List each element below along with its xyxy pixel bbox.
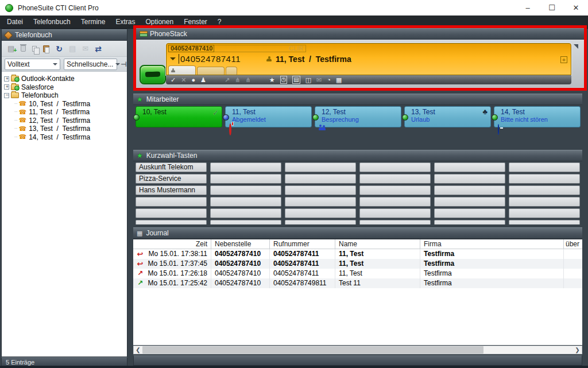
conference-icon[interactable]: ⋔ (235, 76, 240, 83)
expand-icon[interactable] (4, 76, 9, 82)
contact-entry[interactable]: ┈ ☎ 13, Test / Testfirma (4, 125, 127, 133)
contact-entry[interactable]: ┈ ☎ 10, Test / Testfirma (4, 100, 127, 109)
accept-icon[interactable]: ✓ (171, 76, 176, 83)
employee-button-10[interactable]: 10, Test ✓ (136, 106, 222, 127)
speed-dial-button[interactable]: Pizza-Service (136, 174, 207, 184)
speed-dial-button-empty[interactable] (509, 208, 580, 218)
refresh-icon[interactable]: ↻ (56, 45, 63, 53)
speed-dial-button-empty[interactable] (285, 220, 356, 224)
horizontal-scrollbar[interactable]: ❮ ❯ (133, 346, 582, 354)
employee-button-12[interactable]: 12, Test Besprechung (315, 106, 401, 127)
menu-telefonbuch[interactable]: Telefonbuch (28, 16, 76, 28)
copy-icon[interactable] (32, 46, 37, 52)
speed-dial-button-empty[interactable] (434, 220, 505, 224)
column-rufnummer[interactable]: Rufnummer (270, 239, 335, 249)
speed-dial-button-empty[interactable] (434, 197, 505, 207)
maximize-button[interactable]: ☐ (540, 0, 564, 16)
menu-termine[interactable]: Termine (76, 16, 111, 28)
close-button[interactable]: ✕ (564, 0, 588, 16)
speed-dial-button-empty[interactable] (210, 208, 281, 218)
hangup-icon[interactable]: ✕ (181, 76, 186, 83)
scroll-right-icon[interactable]: ❯ (573, 346, 582, 354)
tree-node-salesforce[interactable]: Salesforce (4, 83, 127, 92)
speed-dial-button-empty[interactable] (434, 174, 505, 184)
speed-dial-button-empty[interactable] (434, 162, 505, 172)
speed-dial-button-empty[interactable] (509, 197, 580, 207)
number-dropdown-icon[interactable] (170, 57, 176, 60)
add-contact-icon[interactable]: ▤+ (7, 45, 14, 53)
column-name[interactable]: Name (335, 239, 420, 249)
journal-row[interactable]: ↗ Mo 15.01. 17:25:42 040524787410 040524… (133, 278, 582, 288)
speed-dial-button-empty[interactable] (359, 185, 431, 195)
delete-contact-icon[interactable] (21, 45, 26, 52)
column-firma[interactable]: Firma (420, 239, 564, 249)
clock-icon[interactable]: ◔ (327, 76, 331, 83)
speed-dial-button-empty[interactable] (210, 185, 281, 195)
mail-icon[interactable]: ✉ (316, 76, 322, 83)
speed-dial-button-empty[interactable] (210, 220, 281, 224)
speed-dial-button-empty[interactable] (359, 174, 431, 184)
speed-dial-button-empty[interactable] (509, 174, 580, 184)
column-zeit[interactable]: Zeit (147, 239, 211, 249)
timer-icon[interactable]: ◷ (280, 76, 288, 84)
speed-dial-button-empty[interactable] (285, 208, 356, 218)
tree-node-telefonbuch[interactable]: Telefonbuch (4, 91, 127, 100)
speed-dial-button-empty[interactable] (434, 185, 505, 195)
speed-dial-button-empty[interactable] (359, 197, 431, 207)
org-chart-icon[interactable]: ⋔ (245, 76, 250, 83)
employee-button-13[interactable]: 13, Test Urlaub ♣ (404, 106, 491, 127)
contact-entry[interactable]: ┈ ☎ 12, Test / Testfirma (4, 117, 127, 125)
speed-dial-button-empty[interactable] (210, 162, 281, 172)
call-tab-active[interactable] (168, 65, 196, 75)
speed-dial-button-empty[interactable] (136, 208, 207, 218)
add-line-icon[interactable] (560, 56, 567, 63)
speed-dial-button-empty[interactable] (285, 174, 356, 184)
search-mode-select[interactable]: Volltext (5, 59, 60, 70)
speed-dial-button-empty[interactable] (285, 185, 356, 195)
speed-dial-button-empty[interactable] (509, 220, 580, 224)
paste-icon[interactable] (43, 45, 49, 52)
sync-icon[interactable]: ⇄ (95, 45, 102, 53)
speed-dial-button-empty[interactable] (359, 220, 431, 224)
details-icon[interactable]: ▤ (292, 76, 300, 84)
journal-row[interactable]: ↗ Mo 15.01. 17:26:18 040524787410 040524… (133, 269, 582, 278)
speed-dial-button-empty[interactable] (509, 162, 580, 172)
tree-node-outlook[interactable]: Outlook-Kontakte (4, 75, 127, 83)
scrollbar-thumb[interactable] (142, 346, 483, 354)
speed-dial-button-empty[interactable] (210, 197, 281, 207)
record-icon[interactable]: ● (191, 76, 195, 83)
journal-row[interactable]: ↩ Mo 15.01. 17:37:45 040524787410 040524… (133, 259, 582, 269)
contact-card-icon[interactable]: ▤ (69, 45, 76, 53)
minimize-button[interactable]: – (516, 0, 540, 16)
column-nebenstelle[interactable]: Nebenstelle (211, 239, 270, 249)
menu-datei[interactable]: Datei (2, 16, 28, 28)
speed-dial-button-empty[interactable] (210, 174, 281, 184)
call-tab[interactable] (197, 67, 225, 75)
speed-dial-button-empty[interactable] (136, 220, 207, 224)
dialed-number-input[interactable]: 040524787411 (179, 54, 241, 64)
speed-dial-button-empty[interactable] (285, 197, 356, 207)
employee-button-11[interactable]: 11, Test Abgemeldet (225, 106, 312, 127)
column-ueber[interactable]: über (564, 239, 582, 249)
email-icon[interactable]: ✉ (82, 45, 88, 53)
scroll-left-icon[interactable]: ❮ (134, 346, 142, 354)
speed-dial-button-empty[interactable] (359, 162, 431, 172)
calendar-icon[interactable]: ▦ (336, 76, 342, 83)
employee-button-14[interactable]: 14, Test Bitte nicht stören (494, 106, 581, 127)
speed-dial-button[interactable]: Auskunft Telekom (136, 162, 207, 172)
pin-icon[interactable]: ⊣ (121, 60, 127, 68)
journal-row[interactable]: ↩ Mo 15.01. 17:38:11 040524787410 040524… (133, 249, 582, 259)
phonebook-lookup-icon[interactable]: ◫ (305, 76, 311, 83)
speed-dial-button-empty[interactable] (434, 208, 505, 218)
collapse-icon[interactable] (4, 93, 9, 98)
speed-dial-button-empty[interactable] (285, 162, 356, 172)
quick-search-input[interactable]: Schnellsuche... (64, 59, 117, 70)
speed-dial-button[interactable]: Hans Mustermann (136, 185, 207, 195)
speed-dial-button-empty[interactable] (509, 185, 580, 195)
favorite-icon[interactable]: ★ (269, 76, 275, 83)
speed-dial-button-empty[interactable] (136, 197, 207, 207)
expand-icon[interactable] (4, 84, 9, 90)
speed-dial-button-empty[interactable] (359, 208, 431, 218)
contact-entry[interactable]: ┈ ☎ 14, Test / Testfirma (4, 133, 127, 142)
call-tab-small[interactable] (226, 67, 237, 75)
